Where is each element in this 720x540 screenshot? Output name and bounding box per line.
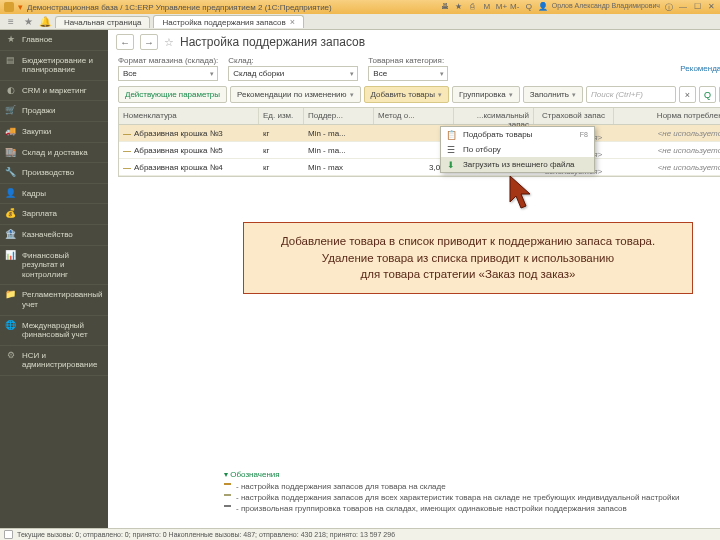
table-row[interactable]: —Абразивная крошка №3 кг Min - ma... 10,… — [119, 125, 720, 142]
sklad-label: Склад: — [228, 56, 358, 65]
pie-icon: ◐ — [5, 85, 16, 96]
col-method[interactable]: Метод о... — [374, 108, 454, 124]
sidebar-item-intl[interactable]: 🌐Международный финансовый учет — [0, 316, 108, 346]
menu-pick-goods[interactable]: 📋 Подобрать товары F8 — [441, 127, 594, 142]
grid-header: Номенклатура Ед. изм. Поддер... Метод о.… — [119, 108, 720, 125]
clear-search-icon[interactable]: × — [679, 86, 696, 103]
sidebar-item-sales[interactable]: 🛒Продажи — [0, 101, 108, 122]
import-icon: ⬇ — [445, 159, 457, 171]
row-marker-icon: — — [123, 129, 131, 138]
sidebar-item-finance[interactable]: 📊Финансовый результат и контроллинг — [0, 246, 108, 286]
toolbar-icon[interactable]: 🖶 — [440, 2, 450, 12]
user-icon[interactable]: 👤 — [538, 2, 548, 12]
menu-by-filter[interactable]: ☰ По отбору — [441, 142, 594, 157]
reco-change-button[interactable]: Рекомендации по изменению▾ — [230, 86, 361, 103]
tab-current[interactable]: Настройка поддержания запасов × — [153, 15, 304, 28]
sidebar-item-regulated[interactable]: 📁Регламентированный учет — [0, 285, 108, 315]
toolbar-icon[interactable]: ★ — [454, 2, 464, 12]
col-name[interactable]: Номенклатура — [119, 108, 259, 124]
fill-button[interactable]: Заполнить▾ — [523, 86, 583, 103]
kat-label: Товарная категория: — [368, 56, 448, 65]
star-icon: ★ — [5, 34, 16, 45]
add-goods-menu: 📋 Подобрать товары F8 ☰ По отбору ⬇ Загр… — [440, 126, 595, 173]
toolbar-icon[interactable]: M — [482, 2, 492, 12]
sidebar: ★Главное ▤Бюджетирование и планирование … — [0, 30, 108, 528]
legend-row: - настройка поддержания запасов для всех… — [224, 492, 720, 503]
table-row[interactable]: —Абразивная крошка №5 кг Min - ma... 10,… — [119, 142, 720, 159]
person-icon: 👤 — [5, 188, 16, 199]
sidebar-item-warehouse[interactable]: 🏬Склад и доставка — [0, 143, 108, 164]
format-select[interactable]: Все — [118, 66, 218, 81]
menu-load-file[interactable]: ⬇ Загрузить из внешнего файла — [441, 157, 594, 172]
tab-close-icon[interactable]: × — [290, 17, 295, 27]
sidebar-item-salary[interactable]: 💰Зарплата — [0, 204, 108, 225]
nav-arrow-icon[interactable]: ▾ — [18, 2, 23, 12]
recommendations-link[interactable]: Рекомендации актуальны — [680, 64, 720, 73]
tab-label: Настройка поддержания запасов — [162, 18, 285, 27]
legend: Обозначения - настройка поддержания запа… — [224, 470, 720, 514]
add-goods-button[interactable]: Добавить товары▾ — [364, 86, 449, 103]
toolbar-icon[interactable]: Q — [524, 2, 534, 12]
star-icon[interactable]: ★ — [21, 15, 35, 29]
filter-icon: ☰ — [445, 144, 457, 156]
acting-params-button[interactable]: Действующие параметры — [118, 86, 227, 103]
folder-icon: 📁 — [5, 289, 16, 300]
table-row[interactable]: —Абразивная крошка №4 кг Min - max 3,000… — [119, 159, 720, 176]
note-line: Добавление товара в список приводит к по… — [260, 233, 676, 250]
info-icon[interactable]: ⓘ — [664, 2, 674, 12]
tab-home[interactable]: Начальная страница — [55, 16, 150, 28]
bell-icon[interactable]: 🔔 — [38, 15, 52, 29]
store-icon: 🏬 — [5, 147, 16, 158]
stats-icon: 📊 — [5, 250, 16, 261]
sidebar-item-purchases[interactable]: 🚚Закупки — [0, 122, 108, 143]
status-bar: Текущие вызовы: 0; отправлено: 0; принят… — [0, 528, 720, 540]
col-max[interactable]: ...ксимальный запас — [454, 108, 534, 124]
sidebar-item-treasury[interactable]: 🏦Казначейство — [0, 225, 108, 246]
toolbar-icon[interactable]: ⎙ — [468, 2, 478, 12]
sklad-select[interactable]: Склад сборки — [228, 66, 358, 81]
app-1c-icon — [4, 2, 14, 12]
format-label: Формат магазина (склада): — [118, 56, 218, 65]
status-text: Текущие вызовы: 0; отправлено: 0; принят… — [17, 531, 395, 538]
forward-button[interactable]: → — [140, 34, 158, 50]
note-line: для товара стратегии «Заказ под заказ» — [260, 266, 676, 283]
search-input[interactable]: Поиск (Ctrl+F) — [586, 86, 676, 103]
kat-select[interactable]: Все — [368, 66, 448, 81]
min-icon[interactable]: — — [678, 2, 688, 12]
globe-icon: 🌐 — [5, 320, 16, 331]
col-norm[interactable]: Норма потребления — [614, 108, 720, 124]
toolbar-icon[interactable]: M+ — [496, 2, 506, 12]
col-podd[interactable]: Поддер... — [304, 108, 374, 124]
svg-marker-0 — [510, 176, 530, 208]
sidebar-item-hr[interactable]: 👤Кадры — [0, 184, 108, 205]
sidebar-item-crm[interactable]: ◐CRM и маркетинг — [0, 81, 108, 102]
legend-marker-icon — [224, 494, 231, 496]
search-go-icon[interactable]: Q — [699, 86, 716, 103]
row-marker-icon: — — [123, 146, 131, 155]
sidebar-item-admin[interactable]: ⚙НСИ и администрирование — [0, 346, 108, 376]
close-icon[interactable]: ✕ — [706, 2, 716, 12]
list-icon: 📋 — [445, 129, 457, 141]
gear-icon: ⚙ — [5, 350, 16, 361]
legend-marker-icon — [224, 483, 231, 485]
sidebar-item-production[interactable]: 🔧Производство — [0, 163, 108, 184]
sidebar-item-budget[interactable]: ▤Бюджетирование и планирование — [0, 51, 108, 81]
menu-icon[interactable]: ≡ — [4, 15, 18, 29]
max-icon[interactable]: ☐ — [692, 2, 702, 12]
bank-icon: 🏦 — [5, 229, 16, 240]
favorite-icon[interactable]: ☆ — [164, 36, 174, 49]
legend-toggle[interactable]: Обозначения — [224, 470, 720, 479]
col-straf[interactable]: Страховой запас — [534, 108, 614, 124]
toolbar: Действующие параметры Рекомендации по из… — [108, 83, 720, 107]
col-ed[interactable]: Ед. изм. — [259, 108, 304, 124]
page-header: ← → ☆ Настройка поддержания запасов × — [108, 30, 720, 52]
back-button[interactable]: ← — [116, 34, 134, 50]
sidebar-item-main[interactable]: ★Главное — [0, 30, 108, 51]
window-title: Демонстрационная база / 1С:ERP Управлени… — [27, 3, 436, 12]
group-button[interactable]: Группировка▾ — [452, 86, 520, 103]
tabbar: ≡ ★ 🔔 Начальная страница Настройка подде… — [0, 14, 720, 30]
annotation-note: Добавление товара в список приводит к по… — [243, 222, 693, 294]
money-icon: 💰 — [5, 208, 16, 219]
user-name[interactable]: Орлов Александр Владимирович — [552, 2, 660, 12]
toolbar-icon[interactable]: M- — [510, 2, 520, 12]
